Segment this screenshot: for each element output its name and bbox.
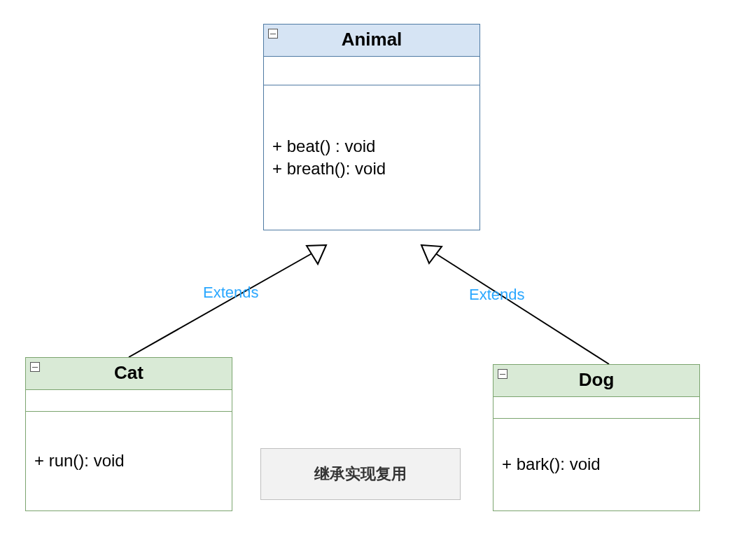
- class-cat-attributes: [26, 390, 232, 412]
- collapse-icon[interactable]: [498, 369, 507, 379]
- class-animal-method-2: + breath(): void: [272, 158, 471, 180]
- class-dog-operations: + bark(): void: [493, 419, 699, 510]
- class-animal-operations: + beat() : void + breath(): void: [264, 85, 479, 230]
- svg-line-2: [433, 252, 609, 364]
- inheritance-note-text: 继承实现复用: [314, 464, 407, 485]
- class-animal-header: Animal: [264, 25, 479, 57]
- dog-extends-label: Extends: [469, 286, 525, 304]
- inheritance-note: 继承实现复用: [260, 448, 461, 500]
- class-dog-attributes: [493, 397, 699, 419]
- collapse-icon[interactable]: [268, 29, 278, 39]
- class-dog: Dog + bark(): void: [493, 364, 700, 511]
- svg-line-0: [129, 252, 314, 357]
- class-dog-name: Dog: [579, 369, 615, 390]
- collapse-icon[interactable]: [30, 362, 40, 372]
- class-cat: Cat + run(): void: [25, 357, 232, 511]
- class-dog-header: Dog: [493, 365, 699, 397]
- svg-marker-1: [307, 245, 326, 264]
- class-cat-operations: + run(): void: [26, 412, 232, 510]
- class-animal: Animal + beat() : void + breath(): void: [263, 24, 480, 230]
- dog-extends-arrow: [421, 245, 609, 364]
- class-dog-method-1: + bark(): void: [502, 453, 691, 475]
- class-animal-method-1: + beat() : void: [272, 135, 471, 158]
- svg-marker-3: [421, 245, 442, 263]
- class-animal-name: Animal: [342, 29, 402, 50]
- class-cat-name: Cat: [114, 362, 144, 383]
- class-cat-method-1: + run(): void: [34, 450, 223, 472]
- class-cat-header: Cat: [26, 358, 232, 390]
- cat-extends-label: Extends: [203, 284, 259, 302]
- class-animal-attributes: [264, 57, 479, 85]
